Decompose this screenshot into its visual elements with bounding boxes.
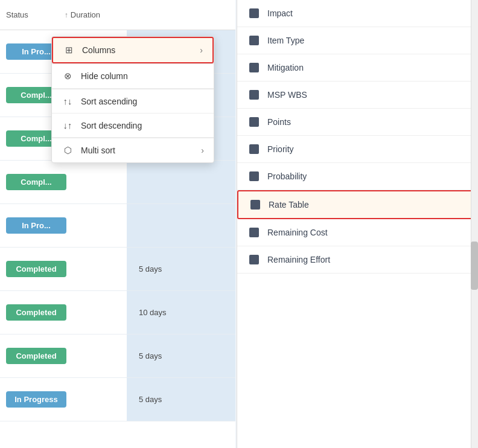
sort-ascending-menu-item[interactable]: ↑↓ Sort ascending: [52, 89, 214, 114]
duration-cell: 5 days: [127, 334, 235, 377]
status-cell: In Progress: [0, 378, 127, 421]
scrollbar-thumb[interactable]: [471, 242, 478, 290]
column-item-mitigation[interactable]: Mitigation: [237, 54, 478, 82]
submenu-arrow-icon: ›: [200, 45, 203, 55]
duration-cell: 10 days: [127, 291, 235, 334]
column-label-points: Points: [267, 117, 291, 127]
column-item-points[interactable]: Points: [237, 109, 478, 136]
hide-column-icon: ⊗: [62, 71, 74, 82]
column-label-probability: Probability: [267, 171, 307, 181]
sort-ascending-label: Sort ascending: [81, 97, 137, 106]
column-checkbox-remaining-cost[interactable]: [249, 228, 259, 237]
column-item-remaining-effort[interactable]: Remaining Effort: [237, 246, 478, 274]
column-label-item-type: Item Type: [267, 36, 304, 45]
status-cell: Completed: [0, 334, 127, 377]
columns-menu-item[interactable]: ⊞ Columns ›: [52, 37, 214, 63]
sort-ascending-icon: ↑↓: [62, 96, 74, 106]
status-cell: Completed: [0, 291, 127, 334]
column-label-rate-table: Rate Table: [269, 200, 309, 210]
table-row: Completed 5 days: [0, 248, 235, 291]
column-label-mitigation: Mitigation: [267, 63, 304, 72]
columns-label: Columns: [82, 45, 115, 55]
sort-descending-label: Sort descending: [81, 121, 142, 130]
column-checkbox-msp-wbs[interactable]: [249, 90, 259, 100]
column-item-msp-wbs[interactable]: MSP WBS: [237, 82, 478, 109]
column-checkbox-mitigation[interactable]: [249, 63, 259, 72]
column-item-remaining-cost[interactable]: Remaining Cost: [237, 219, 478, 246]
status-badge: Completed: [6, 261, 66, 277]
table-row: Completed 10 days: [0, 291, 235, 334]
duration-column-header: ↑ Duration: [65, 10, 100, 19]
context-menu: ⊞ Columns › ⊗ Hide column ↑↓ Sort ascend…: [51, 36, 214, 163]
column-item-priority[interactable]: Priority: [237, 136, 478, 163]
column-item-rate-table[interactable]: Rate Table: [237, 190, 478, 219]
sort-arrow-icon: ↑: [65, 11, 68, 19]
column-checkbox-points[interactable]: [249, 117, 259, 127]
duration-cell: 5 days: [127, 378, 235, 421]
column-item-probability[interactable]: Probability: [237, 163, 478, 190]
column-item-item-type[interactable]: Item Type: [237, 27, 478, 54]
sort-descending-icon: ↓↑: [62, 120, 74, 130]
status-badge: In Pro...: [6, 217, 66, 234]
multi-sort-label: Multi sort: [81, 146, 115, 155]
columns-icon: ⊞: [63, 45, 75, 56]
status-cell: Compl...: [0, 161, 127, 203]
column-checkbox-item-type[interactable]: [249, 36, 259, 45]
status-cell: Completed: [0, 248, 127, 290]
status-badge: In Progress: [6, 391, 66, 408]
table-row: In Progress 5 days: [0, 378, 235, 421]
column-checkbox-rate-table[interactable]: [250, 200, 260, 210]
column-label-msp-wbs: MSP WBS: [267, 90, 307, 100]
column-checkbox-probability[interactable]: [249, 171, 259, 181]
status-badge: Completed: [6, 348, 66, 364]
status-cell: In Pro...: [0, 204, 127, 247]
status-badge: Compl...: [6, 174, 66, 190]
column-item-impact[interactable]: Impact: [237, 0, 478, 27]
column-label-remaining-effort: Remaining Effort: [267, 255, 330, 264]
column-chooser-panel: Impact Item Type Mitigation MSP WBS Poin…: [237, 0, 478, 448]
column-label-priority: Priority: [267, 144, 294, 154]
table-row: Compl...: [0, 161, 235, 204]
column-checkbox-impact[interactable]: [249, 8, 259, 18]
submenu-arrow-icon: ›: [201, 146, 204, 155]
status-badge: Completed: [6, 304, 66, 321]
table-row: Completed 5 days: [0, 334, 235, 378]
duration-cell: [127, 161, 235, 203]
multi-sort-icon: ⬡: [62, 145, 74, 156]
scrollbar[interactable]: [471, 0, 478, 448]
sort-descending-menu-item[interactable]: ↓↑ Sort descending: [52, 114, 214, 138]
column-checkbox-priority[interactable]: [249, 144, 259, 154]
hide-column-label: Hide column: [81, 71, 128, 81]
duration-cell: 5 days: [127, 248, 235, 290]
hide-column-menu-item[interactable]: ⊗ Hide column: [52, 64, 214, 89]
duration-cell: [127, 204, 235, 247]
column-label-impact: Impact: [267, 8, 293, 18]
column-checkbox-remaining-effort[interactable]: [249, 255, 259, 264]
status-column-header: Status: [6, 10, 28, 19]
column-label-remaining-cost: Remaining Cost: [267, 228, 328, 237]
multi-sort-menu-item[interactable]: ⬡ Multi sort ›: [52, 138, 214, 162]
table-row: In Pro...: [0, 204, 235, 248]
table-header: Status ↑ Duration: [0, 0, 235, 30]
